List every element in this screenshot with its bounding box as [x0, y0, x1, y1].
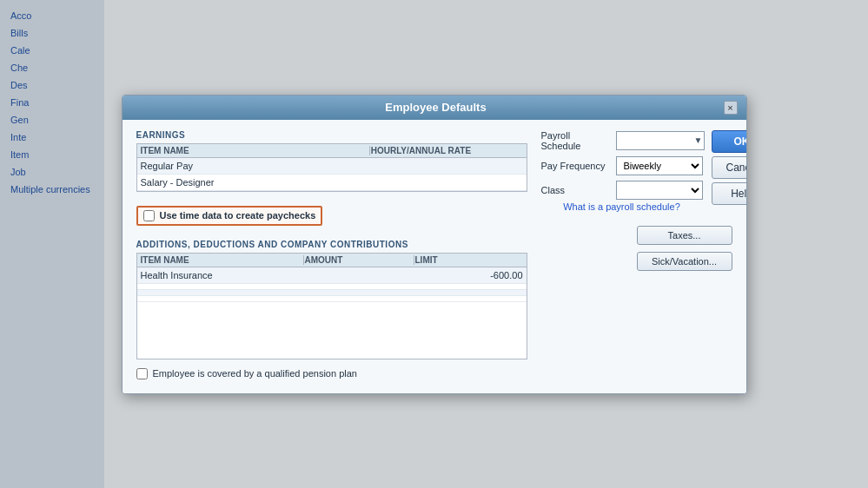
dialog-titlebar: Employee Defaults ×: [123, 96, 746, 120]
additions-table-container: ITEM NAME AMOUNT LIMIT Health Insuran: [136, 253, 527, 359]
table-row[interactable]: Regular Pay: [137, 158, 527, 175]
table-row[interactable]: [137, 284, 527, 290]
dialog-title: Employee Defaults: [149, 101, 724, 114]
payroll-schedule-input[interactable]: [616, 131, 705, 150]
earnings-row-0-name: Regular Pay: [141, 161, 370, 171]
additions-table-scroll[interactable]: Health Insurance -600.00: [137, 267, 527, 359]
additions-table-header: ITEM NAME AMOUNT LIMIT: [137, 254, 527, 267]
dialog-close-button[interactable]: ×: [724, 101, 738, 115]
additions-table: ITEM NAME AMOUNT LIMIT Health Insuran: [136, 253, 527, 359]
earnings-section-label: EARNINGS: [136, 130, 527, 140]
dialog-body: EARNINGS ITEM NAME HOURLY/ANNUAL RATE: [123, 120, 746, 393]
payroll-schedule-dropdown-icon[interactable]: ▼: [694, 135, 703, 145]
dialog-overlay: Employee Defaults × EARNINGS ITEM NAME: [0, 0, 868, 488]
additions-col-divider2: [414, 255, 414, 265]
pension-label: Employee is covered by a qualified pensi…: [153, 368, 357, 379]
dialog-left-panel: EARNINGS ITEM NAME HOURLY/ANNUAL RATE: [136, 130, 527, 379]
use-time-data-label[interactable]: Use time data to create paychecks: [136, 206, 323, 226]
earnings-table: ITEM NAME HOURLY/ANNUAL RATE Regular Pay: [136, 143, 527, 192]
additions-col-amount: AMOUNT: [305, 255, 413, 265]
table-row[interactable]: Health Insurance -600.00: [137, 267, 527, 284]
pension-checkbox[interactable]: [136, 368, 148, 379]
earnings-col-divider: [369, 146, 370, 155]
earnings-table-container: ITEM NAME HOURLY/ANNUAL RATE Regular Pay: [136, 143, 527, 192]
earnings-table-header: ITEM NAME HOURLY/ANNUAL RATE: [137, 144, 527, 158]
pay-frequency-label: Pay Frequency: [541, 161, 611, 171]
employee-defaults-dialog: Employee Defaults × EARNINGS ITEM NAME: [122, 95, 747, 394]
right-top-section: PayrollSchedule ▼ Pay Frequency Biw: [541, 130, 732, 212]
earnings-col-rate: HOURLY/ANNUAL RATE: [371, 146, 523, 155]
payroll-schedule-label: PayrollSchedule: [541, 130, 611, 151]
additions-section-label: ADDITIONS, DEDUCTIONS AND COMPANY CONTRI…: [136, 240, 527, 249]
ok-button[interactable]: OK: [712, 130, 747, 153]
taxes-buttons-section: Taxes... Sick/Vacation...: [541, 226, 732, 274]
additions-row-0-limit: -600.00: [414, 270, 523, 280]
right-action-buttons: OK Cancel Help: [712, 130, 747, 212]
earnings-row-1-rate: [370, 177, 523, 188]
sick-vacation-button[interactable]: Sick/Vacation...: [637, 252, 732, 271]
additions-row-0-amount: [304, 270, 414, 280]
earnings-row-0-rate: [370, 161, 523, 171]
pay-frequency-select[interactable]: Biweekly Weekly Monthly: [616, 156, 703, 175]
table-row[interactable]: [137, 290, 527, 296]
table-row[interactable]: [137, 296, 527, 302]
additions-col-divider1: [303, 255, 304, 265]
earnings-col-item-name: ITEM NAME: [141, 146, 368, 155]
page-wrapper: Acco Bills Cale Che Des Fina Gen Inte It…: [0, 0, 868, 488]
earnings-table-scroll[interactable]: Regular Pay Salary - Designer: [137, 158, 527, 191]
table-row[interactable]: Salary - Designer: [137, 175, 527, 191]
dialog-right-panel: PayrollSchedule ▼ Pay Frequency Biw: [541, 130, 732, 379]
additions-col-item-name: ITEM NAME: [141, 255, 302, 265]
additions-section: ADDITIONS, DEDUCTIONS AND COMPANY CONTRI…: [136, 240, 527, 359]
payroll-schedule-row: PayrollSchedule ▼: [541, 130, 703, 151]
taxes-button[interactable]: Taxes...: [637, 226, 732, 245]
use-time-data-checkbox[interactable]: [143, 210, 155, 221]
time-data-checkbox-wrapper: Use time data to create paychecks: [136, 199, 527, 233]
additions-col-limit: LIMIT: [415, 255, 523, 265]
earnings-row-1-name: Salary - Designer: [141, 177, 370, 188]
cancel-button[interactable]: Cancel: [712, 156, 747, 179]
use-time-data-text: Use time data to create paychecks: [160, 210, 316, 221]
dialog-main: EARNINGS ITEM NAME HOURLY/ANNUAL RATE: [136, 130, 732, 379]
pay-frequency-row: Pay Frequency Biweekly Weekly Monthly: [541, 156, 703, 175]
payroll-schedule-link[interactable]: What is a payroll schedule?: [541, 201, 703, 212]
class-row: Class: [541, 181, 703, 200]
class-label: Class: [541, 185, 611, 195]
payroll-schedule-label-text: PayrollSchedule: [541, 130, 581, 151]
right-fields-column: PayrollSchedule ▼ Pay Frequency Biw: [541, 130, 703, 212]
help-button[interactable]: Help: [712, 182, 747, 205]
class-select[interactable]: [616, 181, 703, 200]
additions-row-0-name: Health Insurance: [141, 270, 305, 280]
pension-checkbox-wrapper: Employee is covered by a qualified pensi…: [136, 368, 527, 379]
